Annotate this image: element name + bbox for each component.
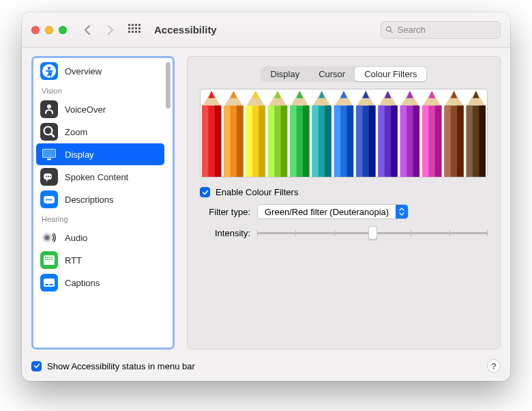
sidebar-category: Vision bbox=[35, 83, 166, 98]
tab-colour-filters[interactable]: Colour Filters bbox=[355, 67, 426, 81]
search-input[interactable] bbox=[398, 25, 496, 35]
sidebar-item-label: VoiceOver bbox=[65, 104, 106, 115]
svg-point-34 bbox=[47, 259, 48, 260]
svg-rect-90 bbox=[413, 106, 419, 177]
sidebar-item-display[interactable]: Display bbox=[36, 143, 164, 165]
svg-rect-85 bbox=[391, 106, 398, 177]
filter-type-select[interactable]: Green/Red filter (Deuteranopia) bbox=[257, 204, 409, 219]
intensity-slider[interactable] bbox=[257, 226, 488, 240]
chevron-right-icon bbox=[106, 25, 113, 35]
svg-marker-47 bbox=[231, 91, 237, 98]
svg-rect-74 bbox=[334, 106, 340, 177]
sidebar-item-captions[interactable]: Captions bbox=[36, 272, 164, 294]
enable-colour-filters-checkbox[interactable] bbox=[200, 187, 210, 197]
tab-cursor[interactable]: Cursor bbox=[309, 67, 355, 81]
svg-point-36 bbox=[51, 259, 53, 260]
search-field[interactable] bbox=[381, 21, 501, 39]
captions-icon bbox=[40, 274, 58, 292]
svg-marker-62 bbox=[297, 91, 304, 98]
descriptions-icon bbox=[40, 190, 58, 208]
svg-rect-70 bbox=[325, 106, 331, 177]
sidebar-category: Hearing bbox=[35, 211, 166, 226]
window-title: Accessibility bbox=[154, 24, 217, 36]
sidebar-scrollbar[interactable] bbox=[166, 62, 171, 109]
close-window-button[interactable] bbox=[31, 26, 40, 34]
sidebar-item-spoken-content[interactable]: Spoken Content bbox=[36, 166, 164, 188]
sidebar-item-overview[interactable]: Overview bbox=[36, 60, 164, 82]
rtt-icon bbox=[40, 251, 58, 269]
svg-rect-95 bbox=[435, 106, 442, 177]
svg-rect-44 bbox=[202, 106, 208, 177]
svg-rect-84 bbox=[378, 106, 384, 177]
sidebar-item-label: Display bbox=[65, 150, 94, 160]
nav-buttons bbox=[82, 24, 141, 36]
svg-rect-28 bbox=[44, 263, 55, 265]
filter-type-label: Filter type: bbox=[200, 207, 250, 217]
svg-rect-99 bbox=[444, 106, 450, 177]
svg-rect-100 bbox=[457, 106, 464, 177]
svg-rect-104 bbox=[467, 106, 473, 177]
svg-point-6 bbox=[47, 104, 51, 109]
svg-marker-77 bbox=[362, 91, 369, 98]
svg-marker-57 bbox=[274, 91, 281, 98]
zoom-window-button[interactable] bbox=[59, 26, 67, 34]
svg-point-21 bbox=[48, 199, 50, 200]
sidebar-item-rtt[interactable]: RTT bbox=[36, 249, 164, 271]
sidebar-item-label: Audio bbox=[65, 233, 87, 243]
tab-bar: DisplayCursorColour Filters bbox=[261, 66, 428, 82]
svg-rect-38 bbox=[44, 279, 55, 287]
sidebar-item-audio[interactable]: Audio bbox=[36, 227, 164, 249]
show-all-button[interactable] bbox=[128, 24, 141, 36]
svg-rect-40 bbox=[49, 284, 53, 285]
check-icon bbox=[33, 363, 40, 369]
svg-rect-69 bbox=[312, 106, 319, 177]
voiceover-icon bbox=[40, 100, 58, 118]
svg-marker-82 bbox=[385, 91, 391, 98]
svg-rect-55 bbox=[258, 106, 265, 177]
sidebar: OverviewVisionVoiceOverZoomDisplaySpoken… bbox=[31, 56, 175, 350]
sidebar-item-label: Zoom bbox=[65, 127, 87, 137]
select-arrows-icon bbox=[396, 205, 408, 218]
svg-rect-64 bbox=[290, 106, 296, 177]
svg-marker-42 bbox=[208, 91, 215, 98]
sidebar-item-voiceover[interactable]: VoiceOver bbox=[36, 98, 164, 120]
svg-rect-65 bbox=[303, 106, 310, 177]
back-button[interactable] bbox=[82, 24, 94, 36]
svg-rect-80 bbox=[369, 106, 376, 177]
svg-rect-12 bbox=[47, 158, 51, 160]
svg-marker-92 bbox=[428, 91, 435, 98]
sidebar-item-zoom[interactable]: Zoom bbox=[36, 121, 164, 143]
colour-preview bbox=[200, 89, 488, 178]
check-icon bbox=[202, 189, 209, 196]
svg-point-16 bbox=[48, 176, 49, 178]
forward-button[interactable] bbox=[104, 24, 116, 36]
sidebar-item-descriptions[interactable]: Descriptions bbox=[36, 188, 164, 210]
intensity-knob[interactable] bbox=[368, 226, 377, 240]
svg-marker-72 bbox=[340, 91, 347, 98]
audio-icon bbox=[40, 229, 58, 246]
sidebar-item-label: Captions bbox=[65, 278, 100, 288]
overview-icon bbox=[40, 62, 58, 80]
svg-point-29 bbox=[45, 257, 46, 258]
help-button[interactable]: ? bbox=[487, 359, 501, 373]
menu-bar-status-checkbox[interactable] bbox=[31, 361, 42, 371]
svg-line-1 bbox=[390, 31, 392, 33]
svg-point-17 bbox=[50, 176, 51, 178]
tab-display[interactable]: Display bbox=[261, 67, 310, 81]
svg-point-25 bbox=[46, 237, 48, 239]
minimize-window-button[interactable] bbox=[45, 26, 53, 34]
display-icon bbox=[40, 145, 58, 163]
svg-point-22 bbox=[50, 199, 52, 200]
svg-marker-87 bbox=[407, 91, 413, 98]
svg-point-35 bbox=[49, 259, 50, 260]
svg-point-30 bbox=[47, 257, 48, 258]
svg-rect-89 bbox=[400, 106, 407, 177]
svg-marker-102 bbox=[473, 91, 479, 98]
window-controls bbox=[31, 26, 67, 34]
svg-rect-49 bbox=[224, 106, 230, 177]
svg-point-33 bbox=[45, 259, 46, 260]
preferences-window: Accessibility OverviewVisionVoiceOverZoo… bbox=[22, 12, 510, 381]
filter-type-value: Green/Red filter (Deuteranopia) bbox=[258, 207, 396, 217]
svg-rect-94 bbox=[422, 106, 428, 177]
svg-point-32 bbox=[51, 257, 53, 258]
